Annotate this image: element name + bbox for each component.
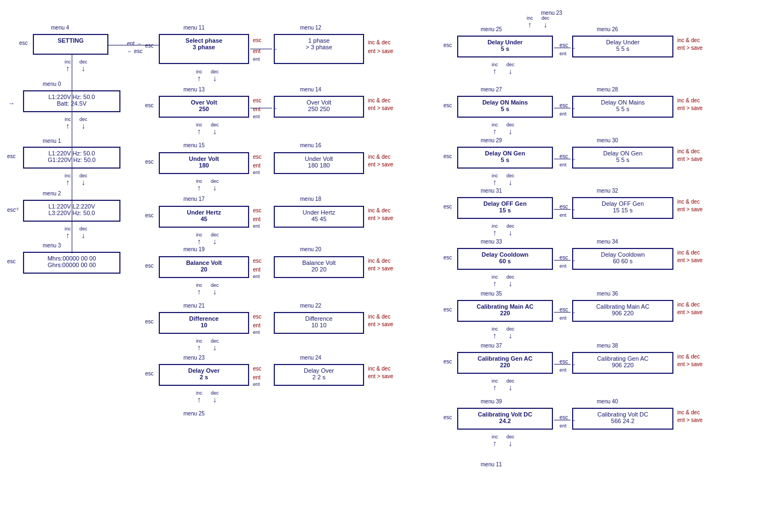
menu35-line2: 220: [462, 310, 549, 316]
menu20-label: menu 20: [300, 246, 321, 252]
menu15-esc-r: esc: [253, 154, 262, 160]
menu15-ent: ent: [253, 163, 261, 169]
menu16-incdec: inc & dec: [368, 154, 390, 160]
menu31-label: menu 31: [481, 188, 502, 194]
arrow-39-40: →: [554, 417, 576, 423]
menu30-box: Delay ON Gen 5 5 s: [572, 147, 673, 169]
menu24-box: Delay Over 2 2 s: [274, 364, 364, 386]
menu27-line1: Delay ON Mains: [462, 99, 549, 106]
menu18-box: Under Hertz 45 45: [274, 206, 364, 228]
menu40-line1: Calibrating Volt DC: [577, 411, 669, 418]
menu17-incdec: inc ↑: [196, 232, 203, 245]
menu22-incdec: inc & dec: [368, 314, 390, 320]
menu38-line2: 906 220: [577, 362, 669, 368]
arrow-35-36: →: [554, 309, 576, 315]
menu26-incdec: inc & dec: [677, 37, 700, 43]
menu12-line1: 1 phase: [278, 37, 360, 44]
menu23-top-incdec: inc ↑: [527, 15, 533, 28]
menu28-save: ent > save: [677, 105, 702, 111]
menu21-esc: esc: [145, 319, 154, 325]
menu4-line1: SETTING: [37, 37, 104, 44]
menu1-incdec: inc ↑: [65, 173, 71, 186]
menu33-incdec: inc ↑: [492, 274, 498, 287]
menu13-label: menu 13: [183, 86, 205, 92]
menu39-line1: Calibrating Volt DC: [462, 411, 549, 418]
menu3-esc: esc: [7, 258, 16, 264]
menu35-line1: Calibrating Main AC: [462, 303, 549, 310]
menu28-incdec: inc & dec: [677, 97, 700, 103]
menu26-ent: ent: [560, 51, 567, 56]
menu36-ent: ent: [560, 315, 567, 321]
arrow-31-32: →: [554, 206, 576, 212]
menu28-box: Delay ON Mains 5 5 s: [572, 96, 673, 118]
menu27-box: Delay ON Mains 5 s: [457, 96, 553, 118]
menu35-dec: dec ↓: [506, 326, 515, 339]
menu19-line2: 20: [163, 266, 245, 273]
arrow-33-34: →: [554, 257, 576, 263]
arrow-29-30: →: [554, 156, 576, 162]
menu33-line2: 60 s: [462, 258, 549, 264]
menu18-label: menu 18: [300, 196, 321, 202]
menu3-line2: Ghrs:00000 00 00: [27, 262, 116, 268]
menu26-line2: 5 5 s: [577, 45, 669, 52]
vert-line-left3: [72, 147, 72, 201]
menu33-dec: dec ↓: [506, 274, 515, 287]
menu38-incdec: inc & dec: [677, 354, 700, 360]
menu11-incdec: inc ↑: [196, 69, 203, 82]
menu11-esc: esc: [145, 43, 154, 49]
menu15-incdec: inc ↑: [196, 178, 203, 192]
menu13-box: Over Volt 250: [159, 96, 249, 118]
menu4-label: menu 4: [51, 25, 69, 31]
menu13-esc: esc: [145, 102, 154, 108]
menu31-dec: dec ↓: [506, 223, 515, 236]
menu20-incdec: inc & dec: [368, 258, 390, 264]
menu13-dec: dec ↓: [211, 122, 219, 135]
menu11-line2: 3 phase: [163, 44, 245, 50]
menu32-line1: Delay OFF Gen: [577, 200, 669, 207]
menu3-label: menu 3: [43, 242, 61, 248]
menu17-line1: Under Hertz: [163, 209, 245, 216]
menu17-box: Under Hertz 45: [159, 206, 249, 228]
menu37-box: Calibrating Gen AC 220: [457, 352, 553, 374]
menu23-line2: 2 s: [163, 374, 245, 380]
menu2-incdec: inc ↑: [65, 226, 71, 239]
menu35-box: Calibrating Main AC 220: [457, 300, 553, 322]
menu22-label: menu 22: [300, 303, 321, 309]
menu39-line2: 24.2: [462, 418, 549, 424]
menu11-esc-right: esc: [253, 37, 262, 43]
menu21-line2: 10: [163, 322, 245, 328]
menu11-dec: dec ↓: [211, 69, 219, 82]
menu35-label: menu 35: [481, 291, 502, 297]
menu17-esc: esc: [145, 212, 154, 218]
menu26-save: ent > save: [677, 45, 702, 51]
menu36-save: ent > save: [677, 309, 702, 315]
menu30-incdec: inc & dec: [677, 148, 700, 154]
menu40-box: Calibrating Volt DC 566 24.2: [572, 408, 673, 430]
menu22-save: ent > save: [368, 321, 393, 327]
menu27-incdec: inc ↑: [492, 122, 498, 135]
menu39-esc: esc: [443, 414, 452, 420]
menu38-save: ent > save: [677, 361, 702, 367]
menu31-box: Delay OFF Gen 15 s: [457, 197, 553, 219]
menu24-line1: Delay Over: [278, 367, 360, 374]
menu22-box: Difference 10 10: [274, 312, 364, 334]
menu31-esc: esc: [443, 204, 452, 210]
menu35-esc: esc: [443, 307, 452, 313]
menu39-box: Calibrating Volt DC 24.2: [457, 408, 553, 430]
menu15-esc: esc: [145, 159, 154, 165]
menu13-line2: 250: [163, 106, 245, 112]
menu32-ent: ent: [560, 212, 567, 218]
menu34-line2: 60 60 s: [577, 258, 669, 264]
menu14-box: Over Volt 250 250: [274, 96, 364, 118]
menu29-esc: esc: [443, 153, 452, 159]
menu16-save: ent > save: [368, 161, 393, 167]
menu19-label: menu 19: [183, 246, 205, 252]
menu32-save: ent > save: [677, 206, 702, 212]
menu37-esc: esc: [443, 358, 452, 365]
menu26-box: Delay Under 5 5 s: [572, 36, 673, 57]
menu36-line1: Calibrating Main AC: [577, 303, 669, 310]
menu25-line1: Delay Under: [462, 39, 549, 45]
menu15-ent-label: ent: [253, 170, 260, 175]
menu26-label: menu 26: [597, 26, 618, 32]
menu20-box: Balance Volt 20 20: [274, 256, 364, 278]
